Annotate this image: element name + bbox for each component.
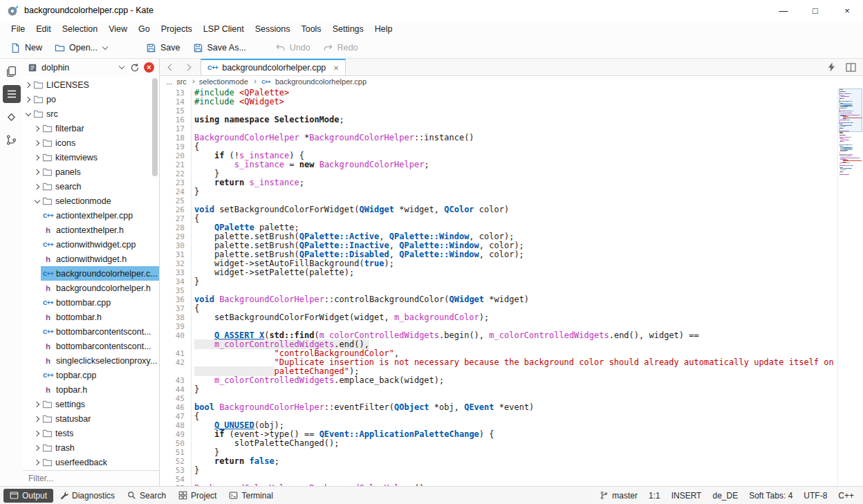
prev-document-icon[interactable] xyxy=(167,64,174,71)
git-branch[interactable]: master xyxy=(594,491,643,501)
breadcrumb-item-selectionmode[interactable]: selectionmode xyxy=(199,77,248,86)
menu-help[interactable]: Help xyxy=(369,22,398,36)
project-selector[interactable]: dolphin xyxy=(41,63,69,73)
chevron-down-icon[interactable] xyxy=(119,64,124,69)
breadcrumb-item-src[interactable]: src xyxy=(176,77,187,86)
filter-input[interactable] xyxy=(23,470,159,486)
menu-lsp-client[interactable]: LSP Client xyxy=(198,22,250,36)
cursor-position[interactable]: 1:1 xyxy=(643,491,666,501)
breadcrumb-collapsed[interactable]: ... xyxy=(166,77,172,86)
chevron-right-icon[interactable] xyxy=(33,183,41,191)
menu-go[interactable]: Go xyxy=(133,22,156,36)
tree-file-actionwithwidget-h[interactable]: hactionwithwidget.h xyxy=(23,252,159,266)
chevron-right-icon[interactable] xyxy=(33,429,41,438)
tree-file-bottombar-cpp[interactable]: C++bottombar.cpp xyxy=(23,295,159,310)
menu-edit[interactable]: Edit xyxy=(30,22,57,36)
chevron-right-icon[interactable] xyxy=(33,400,41,409)
chevron-right-icon[interactable] xyxy=(33,124,41,133)
documents-icon[interactable] xyxy=(3,62,21,80)
close-panel-icon[interactable]: × xyxy=(144,62,154,73)
code-text[interactable]: #include <QWidget> xyxy=(192,97,284,106)
menu-projects[interactable]: Projects xyxy=(156,22,198,36)
tree-folder-tests[interactable]: tests xyxy=(23,426,159,440)
code-text[interactable]: widget->setPalette(palette); xyxy=(192,268,354,277)
code-text[interactable]: } xyxy=(192,187,199,196)
tree-file-topbar-cpp[interactable]: C++topbar.cpp xyxy=(23,368,159,382)
menu-tools[interactable]: Tools xyxy=(295,22,326,36)
code-text[interactable]: void BackgroundColorHelper::controlBackg… xyxy=(192,295,529,304)
search-button[interactable]: Search xyxy=(121,489,172,503)
tree-file-actiontexthelper-cpp[interactable]: C++actiontexthelper.cpp xyxy=(23,208,159,223)
tree-file-bottombarcontentscont-[interactable]: C++bottombarcontentscont... xyxy=(23,324,159,339)
project-list-icon[interactable] xyxy=(3,85,21,103)
tree-folder-po[interactable]: po xyxy=(23,92,159,106)
tree-file-backgroundcolorhelper-h[interactable]: hbackgroundcolorhelper.h xyxy=(23,281,159,295)
chevron-right-icon[interactable] xyxy=(33,139,41,147)
code-text[interactable]: s_instance = new BackgroundColorHelper; xyxy=(192,160,429,169)
tree-file-actionwithwidget-cpp[interactable]: C++actionwithwidget.cpp xyxy=(23,237,159,252)
tree-file-bottombar-h[interactable]: hbottombar.h xyxy=(23,310,159,324)
tree-folder-src[interactable]: src xyxy=(23,106,159,121)
minimize-button[interactable]: — xyxy=(768,0,799,21)
open-button[interactable]: Open... xyxy=(48,40,113,56)
menu-view[interactable]: View xyxy=(103,22,133,36)
tree-file-bottombarcontentscont-[interactable]: hbottombarcontentscont... xyxy=(23,339,159,353)
input-mode[interactable]: INSERT xyxy=(666,491,707,501)
code-text[interactable]: return s_instance; xyxy=(192,178,304,187)
tree-folder-trash[interactable]: trash xyxy=(23,440,159,455)
tree-folder-icons[interactable]: icons xyxy=(23,136,159,150)
tree-folder-filterbar[interactable]: filterbar xyxy=(23,121,159,136)
code-text[interactable]: } xyxy=(192,466,199,475)
tree-folder-statusbar[interactable]: statusbar xyxy=(23,411,159,426)
redo-button[interactable]: Redo xyxy=(317,40,364,56)
code-text[interactable]: bool BackgroundCol​orHelper::eventFilter… xyxy=(192,403,534,412)
git-icon[interactable] xyxy=(3,108,21,126)
chevron-right-icon[interactable] xyxy=(33,153,41,162)
code-text[interactable]: m_colorControlledWidgets.emplace_back(wi… xyxy=(192,376,444,385)
tree-folder-kitemviews[interactable]: kitemviews xyxy=(23,150,159,165)
highlight-mode[interactable]: C++ xyxy=(833,491,860,501)
code-text[interactable]: BackgroundColorHelper *BackgroundColorHe… xyxy=(192,133,474,142)
chevron-right-icon[interactable] xyxy=(24,95,33,104)
chevron-down-icon[interactable] xyxy=(24,110,33,118)
chevron-right-icon[interactable] xyxy=(33,168,41,176)
tab-width[interactable]: Soft Tabs: 4 xyxy=(743,491,798,501)
save-button[interactable]: Save xyxy=(140,40,187,56)
chevron-right-icon[interactable] xyxy=(33,415,41,423)
tree-file-backgroundcolorhelper-c-[interactable]: C++backgroundcolorhelper.c... xyxy=(23,266,159,281)
chevron-right-icon[interactable] xyxy=(33,458,41,467)
tree-folder-search[interactable]: search xyxy=(23,179,159,194)
minimap-viewport[interactable] xyxy=(839,88,862,132)
code-text[interactable]: } xyxy=(192,385,199,394)
code-text[interactable]: } xyxy=(192,277,199,286)
chevron-right-icon[interactable] xyxy=(33,444,41,452)
code-text[interactable]: void setBackgroundColorForWidget(QWidget… xyxy=(192,205,509,214)
tree-folder-settings[interactable]: settings xyxy=(23,397,159,411)
output-button[interactable]: Output xyxy=(3,489,53,503)
tab-backgroundcolorhelper[interactable]: C++ backgroundcolorhelper.cpp × xyxy=(201,59,346,75)
save-as-button[interactable]: Save As... xyxy=(187,40,252,56)
breadcrumb-item-file[interactable]: backgroundcolorhelper.cpp xyxy=(275,77,366,86)
tree-folder-selectionmode[interactable]: selectionmode xyxy=(23,194,159,208)
menu-selection[interactable]: Selection xyxy=(57,22,103,36)
tab-close-icon[interactable]: × xyxy=(333,63,339,73)
split-view-icon[interactable] xyxy=(846,63,856,72)
chevron-down-icon[interactable] xyxy=(33,197,41,205)
tree-folder-userfeedback[interactable]: userfeedback xyxy=(23,455,159,469)
menu-settings[interactable]: Settings xyxy=(327,22,369,36)
diagnostics-button[interactable]: Diagnostics xyxy=(53,489,121,503)
close-button[interactable]: × xyxy=(831,0,863,21)
minimap[interactable] xyxy=(837,87,863,486)
maximize-button[interactable]: □ xyxy=(799,0,831,21)
dictionary[interactable]: de_DE xyxy=(707,491,743,501)
tree-file-topbar-h[interactable]: htopbar.h xyxy=(23,382,159,397)
project-tree-scrollbar[interactable] xyxy=(152,78,158,176)
tree-folder-LICENSES[interactable]: LICENSES xyxy=(23,77,159,92)
code-text[interactable]: setBackgroundColorForWidget(widget, m_ba… xyxy=(192,313,489,322)
encoding[interactable]: UTF-8 xyxy=(798,491,833,501)
menu-file[interactable]: File xyxy=(6,22,30,36)
symbols-icon[interactable] xyxy=(3,131,21,149)
next-document-icon[interactable] xyxy=(185,64,192,71)
new-button[interactable]: New xyxy=(4,40,48,56)
project-button[interactable]: Project xyxy=(172,489,223,503)
